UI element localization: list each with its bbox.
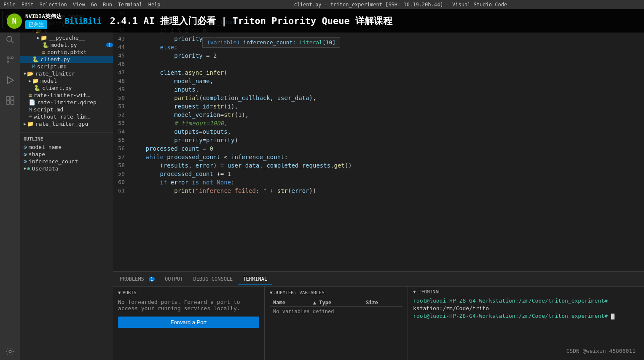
line-content: model_name,	[131, 77, 644, 85]
terminal-text: kstation:/zm/Code/trito	[413, 305, 489, 311]
panel-content: ▼ PORTS No forwarded ports. Forward a po…	[113, 287, 644, 360]
tab-terminal[interactable]: TERMINAL	[238, 273, 272, 285]
tab-problems[interactable]: PROBLEMS 1	[115, 273, 160, 285]
line-content: # timeout=1000,	[131, 119, 644, 127]
ports-panel: ▼ PORTS No forwarded ports. Forward a po…	[113, 287, 265, 360]
sidebar-item-rl-script[interactable]: M script.md	[20, 106, 113, 113]
svg-rect-11	[11, 101, 14, 104]
terminal-prompt-2: root@luoqi-HP-Z8-G4-Workstation:/zm/Code…	[413, 313, 608, 319]
tab-output[interactable]: OUTPUT	[160, 273, 188, 285]
terminal-line-3: root@luoqi-HP-Z8-G4-Workstation:/zm/Code…	[413, 312, 639, 320]
search-icon[interactable]	[2, 31, 19, 48]
code-line-52: 52 model_version=str(1),	[113, 111, 644, 119]
menu-run[interactable]: Run	[103, 2, 112, 8]
line-number: 56	[113, 144, 131, 153]
sidebar-item-model[interactable]: ▶ 📁 model	[20, 77, 113, 84]
python-file-icon: 🐍	[34, 85, 40, 91]
svg-rect-8	[6, 97, 10, 100]
line-number: 44	[113, 43, 131, 51]
sidebar-item-rate-limiter[interactable]: ▼ 📂 rate_limiter	[20, 70, 113, 77]
code-line-45: 45 priority = 2	[113, 51, 644, 60]
line-number: 61	[113, 187, 131, 195]
sidebar-item-rl-client[interactable]: 🐍 client.py	[20, 84, 113, 92]
menu-view[interactable]: View	[73, 2, 85, 8]
line-content: (results, error) = user_data._completed_…	[131, 161, 644, 170]
code-line-50: 50 partial(completion_callback, user_dat…	[113, 94, 644, 102]
line-content: if error is not None:	[131, 178, 644, 187]
line-number: 55	[113, 136, 131, 144]
terminal-header: ▼ TERMINAL	[413, 289, 639, 295]
terminal-line-1: root@luoqi-HP-Z8-G4-Workstation:/zm/Code…	[413, 297, 639, 305]
forward-port-button[interactable]: Forward a Port	[118, 317, 259, 328]
line-content: partial(completion_callback, user_data),	[131, 94, 644, 102]
menu-terminal[interactable]: Terminal	[118, 2, 142, 8]
sidebar-item-without-rl[interactable]: ≡ without-rate-limiter...	[20, 113, 113, 120]
outline-item-userdata[interactable]: ▼ ⊕ UserData	[20, 165, 113, 172]
tooltip-var: inference_count	[243, 39, 292, 46]
outline-item-inference-count[interactable]: ⊙ inference_count	[20, 158, 113, 165]
sidebar-item-rl-gpu[interactable]: ▶ 📁 rate_limiter_gpu	[20, 120, 113, 127]
sidebar-label: client.py	[40, 56, 70, 62]
overlay-banner: N NVIDIA英伟达 已关注 BiliBili 2.4.1 AI 推理入门必看…	[0, 9, 644, 32]
line-number: 54	[113, 127, 131, 136]
line-number: 52	[113, 111, 131, 119]
outline-item-model-name[interactable]: ⊙ model_name	[20, 143, 113, 151]
jupyter-header: ▼ JUPYTER: VARIABLES	[270, 290, 402, 295]
python-file-icon: 🐍	[42, 42, 49, 48]
window-title: client.py - triton_experiment [SSH: 10.1…	[161, 2, 641, 8]
code-line-44: 44 else:	[113, 43, 644, 51]
python-file-icon: 🐍	[32, 56, 39, 62]
menu-go[interactable]: Go	[91, 2, 97, 8]
tab-debug-console[interactable]: DEBUG CONSOLE	[188, 273, 238, 285]
menu-help[interactable]: Help	[148, 2, 161, 8]
ports-title: PORTS	[123, 290, 137, 295]
problems-badge: 1	[149, 277, 155, 282]
sidebar-item-client-py[interactable]: 🐍 client.py	[20, 56, 113, 63]
sidebar-item-model-py[interactable]: 🐍 model.py 1	[20, 41, 113, 49]
line-content: priority=priority)	[131, 136, 644, 144]
folder-icon: 📁	[27, 121, 34, 127]
git-icon[interactable]	[2, 51, 19, 68]
line-number: 47	[113, 68, 131, 77]
terminal-prompt: root@luoqi-HP-Z8-G4-Workstation:/zm/Code…	[413, 298, 608, 304]
run-icon[interactable]	[2, 72, 19, 89]
follow-button[interactable]: 已关注	[25, 20, 47, 29]
sidebar-label: model	[40, 78, 57, 84]
editor-area: (variable) inference_count: Literal[10] …	[113, 9, 644, 360]
sidebar-item-rate-limiter-with[interactable]: ≡ rate-limiter-with-mo...	[20, 92, 113, 99]
sidebar-label: rate-limiter-with-mo...	[34, 92, 93, 98]
line-number: 53	[113, 119, 131, 127]
line-number: 60	[113, 178, 131, 187]
sidebar-label: script.md	[34, 106, 63, 113]
sidebar-item-config-pbtxt[interactable]: ≡ config.pbtxt	[20, 49, 113, 56]
line-number: 46	[113, 60, 131, 68]
outline-item-shape[interactable]: ⊙ shape	[20, 151, 113, 158]
code-line-47: 47 client.async_infer(	[113, 68, 644, 77]
line-content: inputs,	[131, 85, 644, 94]
watermark: CSDN @weixin_45806011	[566, 348, 636, 354]
menu-edit[interactable]: Edit	[21, 2, 34, 8]
svg-rect-10	[6, 101, 10, 104]
outline-label: model_name	[29, 144, 62, 150]
sidebar-label: config.pbtxt	[47, 49, 87, 55]
svg-point-4	[7, 57, 9, 59]
menu-file[interactable]: File	[3, 2, 16, 8]
line-content: priority = 2	[131, 51, 644, 60]
menu-selection[interactable]: Selection	[40, 2, 67, 8]
col-name: Name	[270, 299, 310, 307]
class-icon: ⊕	[27, 165, 30, 172]
settings-icon[interactable]	[2, 343, 19, 360]
sidebar-label: rate-limiter.qdrep	[37, 99, 97, 106]
menu-items: File Edit Selection View Go Run Terminal…	[3, 2, 161, 8]
no-vars-message: No variables defined	[270, 307, 402, 317]
activity-bar	[0, 9, 20, 360]
sidebar-item-pycache[interactable]: ▶ 📁 __pycache__	[20, 34, 113, 41]
sidebar-item-script-md[interactable]: M script.md	[20, 63, 113, 70]
svg-rect-9	[11, 97, 14, 100]
sidebar-item-qdrep[interactable]: 📄 rate-limiter.qdrep	[20, 99, 113, 106]
hover-tooltip: (variable) inference_count: Literal[10]	[202, 37, 340, 48]
col-type: ▲ Type	[310, 299, 362, 307]
line-content: print("inference failed: " + str(error))	[131, 187, 644, 195]
extensions-icon[interactable]	[2, 92, 19, 109]
sidebar-label: model.py	[51, 42, 77, 48]
